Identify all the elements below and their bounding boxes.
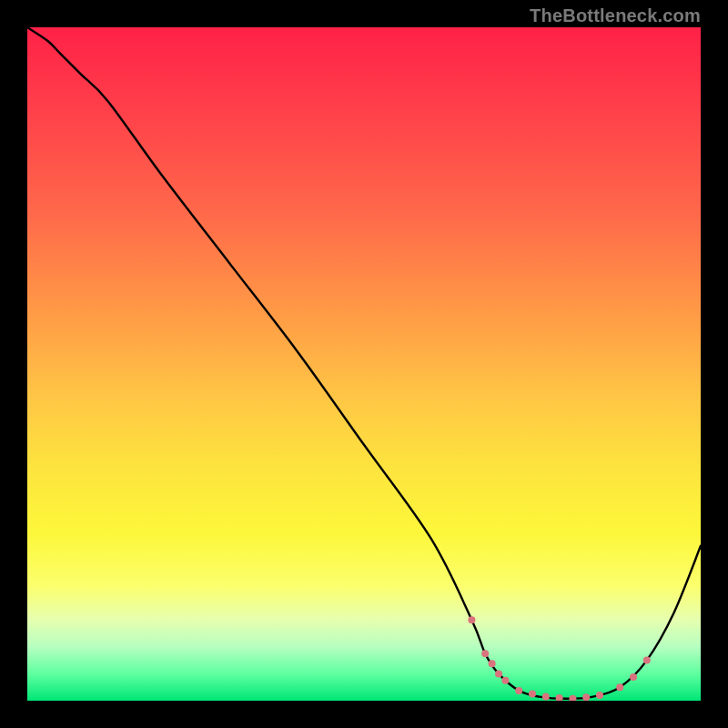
attribution-label: TheBottleneck.com <box>530 5 701 26</box>
chart-frame: TheBottleneck.com <box>0 0 728 728</box>
plot-area <box>27 27 701 701</box>
